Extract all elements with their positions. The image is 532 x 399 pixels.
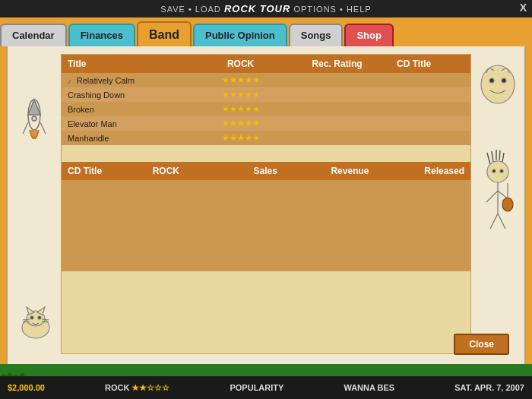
songs-col-rec-rating: Rec. Rating [283,55,391,73]
song-rock-stars: ★★★★★ [198,116,283,131]
paper-content: Title ROCK Rec. Rating CD Title ♪ Relati… [61,54,471,354]
band-name: WANNA BES [344,383,394,392]
svg-point-19 [492,169,496,173]
svg-point-9 [30,316,33,319]
right-sketch [471,54,521,343]
star-icon: ★ [252,90,260,99]
star-icon: ★ [237,133,245,142]
svg-point-16 [489,78,494,83]
svg-point-4 [32,116,36,121]
song-rec-rating [283,73,391,87]
star-icon: ★ [237,119,245,128]
song-cd-title [391,116,470,131]
cd-table: CD Title ROCK Sales Revenue Released [62,162,470,271]
song-row[interactable]: Elevator Man★★★★★ [62,116,470,131]
svg-marker-1 [28,100,40,115]
cd-col-title: CD Title [62,162,147,180]
main-content: Title ROCK Rec. Rating CD Title ♪ Relati… [6,46,526,366]
tab-finances[interactable]: Finances [68,24,135,46]
song-row[interactable]: Crashing Down★★★★★ [62,87,470,102]
star-icon: ★ [222,119,230,128]
menu-bar: SAVE • LOAD ROCK TOUR OPTIONS • HELP X [0,0,532,17]
svg-line-26 [490,214,498,229]
cd-col-revenue: Revenue [283,162,375,180]
star-icon: ★ [230,119,237,128]
svg-line-2 [23,122,28,134]
tab-shop[interactable]: Shop [344,24,394,46]
rock-stars: ★★☆☆☆ [131,383,169,392]
menu-rock-tour: ROCK TOUR [224,3,290,14]
star-icon: ★ [237,104,245,113]
note-icon: ♪ [68,77,74,85]
star-icon: ★ [245,104,252,113]
current-date: SAT. APR. 7, 2007 [454,383,524,392]
svg-line-3 [40,122,46,134]
star-icon: ★ [222,133,230,142]
tab-public-opinion[interactable]: Public Opinion [193,24,287,46]
songs-col-title: Title [62,55,198,73]
star-icon: ★ [252,75,260,84]
rock-label: ROCK ★★☆☆☆ [105,383,169,393]
menu-load[interactable]: LOAD [195,5,221,14]
tab-calendar[interactable]: Calendar [0,24,67,46]
star-icon: ★ [252,119,260,128]
star-icon: ★ [245,119,252,128]
svg-point-20 [500,169,503,173]
song-row[interactable]: Broken★★★★★ [62,102,470,116]
song-title: Crashing Down [62,87,198,102]
menu-dot1: • [188,5,192,14]
star-icon: ★ [230,90,237,99]
star-icon: ★ [245,75,252,84]
menu-save[interactable]: SAVE [160,5,185,14]
song-rock-stars: ★★★★★ [198,102,283,116]
songs-col-cd-title: CD Title [391,55,470,73]
song-cd-title [391,131,470,145]
section-divider [62,153,470,162]
star-icon: ★ [252,104,260,113]
song-rec-rating [283,87,391,102]
cd-col-released: Released [375,162,470,180]
window-close-button[interactable]: X [520,2,527,14]
svg-point-17 [502,78,506,83]
songs-col-rock: ROCK [198,55,283,73]
song-title: ♪ Relatively Calm [62,73,198,87]
star-icon: ★ [237,90,245,99]
star-icon: ★ [245,90,252,99]
popularity-label: POPULARITY [230,383,283,392]
cd-col-rock: ROCK [147,162,218,180]
star-icon: ★ [222,75,230,84]
song-rock-stars: ★★★★★ [198,131,283,145]
song-title: Broken [62,102,198,116]
song-title: Elevator Man [62,116,198,131]
star-icon: ★ [252,133,260,142]
song-row[interactable]: ♪ Relatively Calm★★★★★ [62,73,470,87]
star-icon: ★ [230,75,237,84]
star-icon: ★ [237,75,245,84]
tab-songs[interactable]: Songs [289,24,344,46]
song-rec-rating [283,116,391,131]
svg-line-22 [486,191,498,202]
menu-help[interactable]: HELP [347,5,372,14]
song-rec-rating [283,102,391,116]
left-sketch [11,69,57,358]
svg-point-10 [38,316,41,319]
tab-band[interactable]: Band [137,21,192,46]
star-icon: ★ [245,133,252,142]
song-title: Manhandle [62,131,198,145]
status-bar: $2,000.00 ROCK ★★☆☆☆ POPULARITY WANNA BE… [0,376,532,399]
money-display: $2,000.00 [8,383,45,392]
close-button[interactable]: Close [454,334,509,355]
tab-bar: Calendar Finances Band Public Opinion So… [0,17,532,46]
svg-point-24 [502,198,513,211]
song-rock-stars: ★★★★★ [198,73,283,87]
star-icon: ★ [230,104,237,113]
song-rock-stars: ★★★★★ [198,87,283,102]
songs-table: Title ROCK Rec. Rating CD Title ♪ Relati… [62,55,470,145]
svg-point-18 [487,161,508,182]
svg-line-27 [498,214,505,229]
song-row[interactable]: Manhandle★★★★★ [62,131,470,145]
star-icon: ★ [222,104,230,113]
star-icon: ★ [222,90,230,99]
song-rec-rating [283,131,391,145]
menu-options[interactable]: OPTIONS [293,5,337,14]
